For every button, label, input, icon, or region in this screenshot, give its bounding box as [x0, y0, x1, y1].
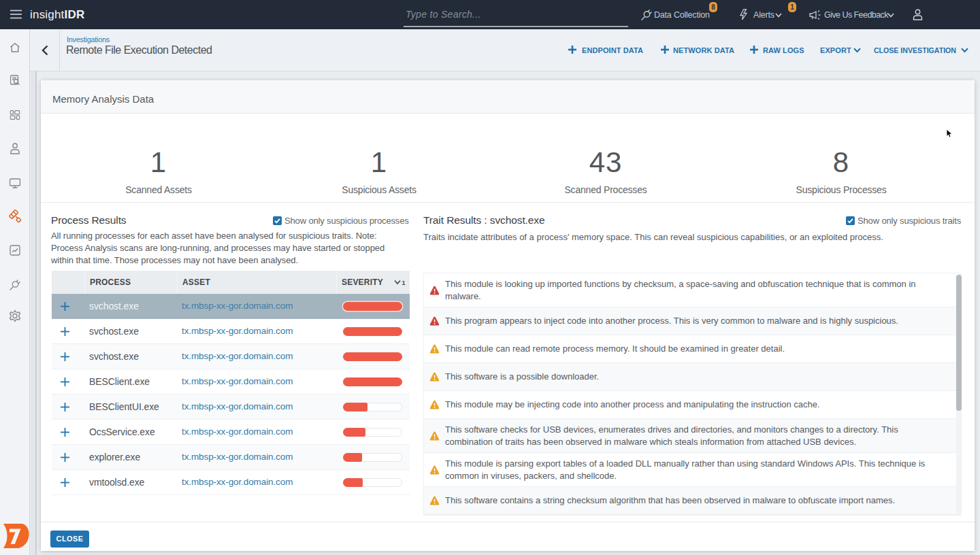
svg-text:1: 1 [402, 280, 406, 286]
